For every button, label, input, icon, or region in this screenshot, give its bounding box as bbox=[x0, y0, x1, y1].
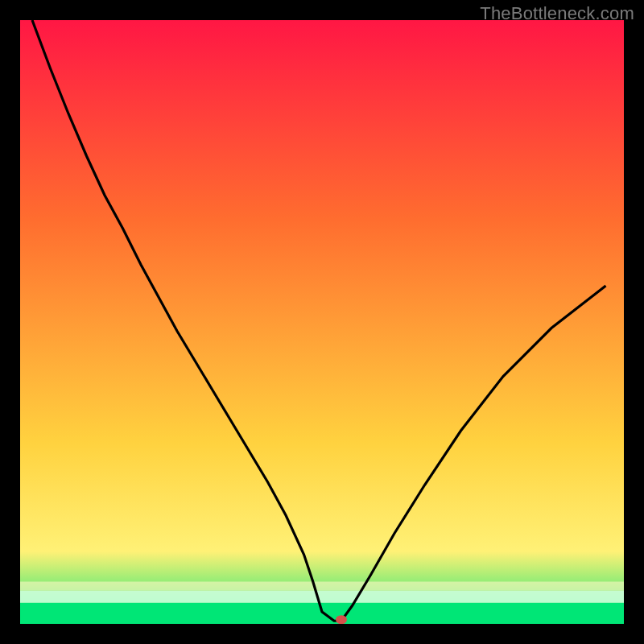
green-band bbox=[20, 582, 624, 625]
svg-rect-1 bbox=[20, 591, 624, 603]
optimal-marker bbox=[336, 615, 347, 624]
plot-svg bbox=[20, 20, 624, 624]
svg-rect-2 bbox=[20, 582, 624, 591]
gradient-background bbox=[20, 20, 624, 624]
plot-area bbox=[20, 20, 624, 624]
chart-frame: TheBottleneck.com bbox=[0, 0, 644, 644]
